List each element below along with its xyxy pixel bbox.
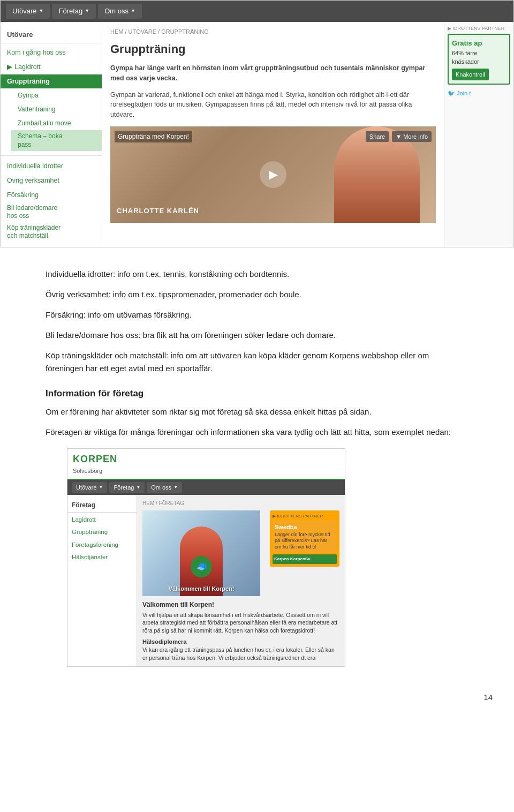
section-text-2: Företagen är viktiga för många föreninga…: [46, 427, 451, 437]
swedbankad: Swedba Lägger din före mycket tid på sif…: [273, 521, 337, 553]
chevron-down-icon: ▼: [131, 7, 135, 15]
main2-content: HEM / FÖRETAG ▶ IDROTTENS PARTNER Swedba…: [137, 495, 345, 666]
partner-label2: ▶ IDROTTENS PARTNER: [273, 513, 337, 520]
health-title: Hälsodiplomera: [142, 638, 339, 646]
korpen-navbar: Utövare ▼ Företag ▼ Om oss ▼: [1, 1, 513, 22]
section-heading: Information för företag: [46, 387, 468, 401]
korpen-logo-text: KORPEN: [73, 452, 117, 467]
company-image: 🧢 Välkommen till Korpen!: [142, 510, 260, 596]
korpen-body: Utövare Kom i gång hos oss ▶ Lagidrott G…: [1, 22, 513, 247]
sidebar-item-vattentraning[interactable]: Vattenträning: [11, 102, 102, 116]
nav-om-oss-label: Om oss: [104, 6, 128, 17]
twitter-section: 🐦 Join t: [448, 89, 510, 98]
para-forsaking-text: Försäkring: info om utövarnas försäkring…: [46, 310, 192, 319]
nav2-foretag[interactable]: Företag ▼: [109, 482, 145, 493]
video-container[interactable]: Gruppträna med Korpen! Share ▼ More info…: [110, 126, 436, 223]
sidebar-lagidrott-label: Lagidrott: [14, 62, 41, 72]
sidebar-item-grupptraning[interactable]: Gruppträning: [1, 74, 102, 89]
nav-utovare[interactable]: Utövare ▼: [6, 4, 50, 19]
nav-om-oss[interactable]: Om oss ▼: [98, 4, 142, 19]
ad2-title: Swedba: [275, 523, 335, 532]
sidebar-sub-items: Gympa Vattenträning Zumba/Latin move Sch…: [1, 88, 102, 151]
sidebar-item-schema[interactable]: Schema – bokapass: [11, 130, 102, 151]
korpen-ad: Karpen KorpenSv: [273, 554, 337, 564]
screenshot-korpen-foretag: KORPEN Sölvesborg Utövare ▼ Företag ▼ Om…: [67, 448, 345, 667]
korpen-logo-header: KORPEN Sölvesborg: [67, 449, 345, 480]
partner-label: ▶ IDROTTENS PARTNER: [448, 25, 510, 33]
nav-foretag-label: Företag: [58, 6, 82, 17]
para-kop: Köp träningskläder och matchställ: info …: [46, 349, 468, 375]
korpen-logo-sub: Sölvesborg: [73, 467, 117, 476]
screenshot-korpen-grupptraning: Utövare ▼ Företag ▼ Om oss ▼ Utövare Kom…: [0, 0, 514, 247]
nav2-utovare[interactable]: Utövare ▼: [72, 482, 107, 493]
korpen2-navbar: Utövare ▼ Företag ▼ Om oss ▼: [67, 480, 345, 495]
sidebar2-item-grupptraning[interactable]: Gruppträning: [67, 526, 137, 538]
chevron-down-icon: ▼: [39, 7, 44, 15]
health-text: Vi kan dra igång ett träningspass på lun…: [142, 646, 339, 661]
company-desc: Välkommen till Korpen! Vi vill hjälpa er…: [142, 600, 339, 662]
sidebar-item-forsaking[interactable]: Försäkring: [1, 188, 102, 202]
sidebar-item-lagidrott[interactable]: ▶ Lagidrott: [1, 60, 102, 74]
nav-foretag[interactable]: Företag ▼: [52, 4, 96, 19]
sidebar2-item-halsotjanster[interactable]: Hälsotjänster: [67, 551, 137, 563]
sidebar-item-kop[interactable]: Köp träningskläderoch matchställ: [1, 222, 102, 242]
ad-subtitle: 64% färre knäskador: [452, 49, 506, 66]
video-person-label: CHARLOTTE KARLÉN: [117, 206, 199, 216]
main-content: HEM / UTÖVARE / GRUPPTRÄNING Grupptränin…: [102, 22, 444, 247]
para-forsaking: Försäkring: info om utövarnas försäkring…: [46, 309, 468, 321]
page-title: Gruppträning: [110, 40, 436, 58]
sidebar-item-ledare[interactable]: Bli ledare/domarehos oss: [1, 202, 102, 222]
play-button[interactable]: ▶: [260, 161, 286, 188]
hat: 🧢: [191, 556, 212, 577]
sidebar-section-more: Individuella idrotter Övrig verksamhet F…: [1, 155, 102, 242]
para-ovrig-text: Övrig verksamhet: info om t.ex. tipsprom…: [46, 290, 301, 299]
sidebar-item-individuella[interactable]: Individuella idrotter: [1, 159, 102, 174]
sidebar-title: Utövare: [1, 26, 102, 44]
sidebar-item-ovrig[interactable]: Övrig verksamhet: [1, 174, 102, 188]
ad2-box: ▶ IDROTTENS PARTNER Swedba Lägger din fö…: [270, 510, 339, 567]
sidebar-item-gympa[interactable]: Gympa: [11, 88, 102, 102]
sidebar-item-zumba[interactable]: Zumba/Latin move: [11, 116, 102, 130]
nav-utovare-label: Utövare: [12, 6, 37, 17]
korpen-logo: KORPEN Sölvesborg: [73, 452, 117, 476]
para-ledare-text: Bli ledare/domare hos oss: bra flik att …: [46, 330, 336, 340]
section-text-1: Om er förening har aktiviteter som rikta…: [46, 407, 372, 416]
document-area: Individuella idrotter: info om t.ex. ten…: [24, 257, 490, 687]
korpen-website: Utövare ▼ Företag ▼ Om oss ▼ Utövare Kom…: [1, 1, 513, 247]
sidebar2-title: Företag: [67, 498, 137, 513]
para-ledare: Bli ledare/domare hos oss: bra flik att …: [46, 329, 468, 342]
ad-title: Gratis ap: [452, 38, 506, 49]
page-desc-1: Gympa har länge varit en hörnsten inom v…: [110, 63, 436, 84]
korpen-ad-label: Karpen KorpenSv: [274, 556, 335, 562]
section-para-1: Om er förening har aktiviteter som rikta…: [46, 405, 468, 418]
nav2-om-oss[interactable]: Om oss ▼: [147, 482, 182, 493]
page-desc-2: Gympan är varierad, funktionell och enke…: [110, 90, 436, 120]
sidebar2: Företag Lagidrott Gruppträning Företagsf…: [67, 495, 137, 666]
chevron-down-icon: ▼: [99, 484, 103, 491]
ad-box: Gratis ap 64% färre knäskador Knäkontrol…: [448, 34, 510, 85]
sidebar2-item-foretagsforening[interactable]: Företagsförening: [67, 539, 137, 551]
hat-icon: 🧢: [195, 560, 207, 574]
twitter-label: Join t: [457, 90, 471, 96]
sidebar: Utövare Kom i gång hos oss ▶ Lagidrott G…: [1, 22, 102, 247]
para-individuella-text: Individuella idrotter: info om t.ex. ten…: [46, 269, 289, 279]
chevron-down-icon: ▼: [85, 7, 89, 15]
breadcrumb2: HEM / FÖRETAG: [142, 499, 339, 507]
sidebar2-item-lagidrott[interactable]: Lagidrott: [67, 514, 137, 526]
ad2-text: Lägger din före mycket tid på sifferexer…: [275, 532, 335, 551]
para-kop-text: Köp träningskläder och matchställ: info …: [46, 351, 429, 373]
company-desc-text: Vi vill hjälpa er att skapa lönsamhet i …: [142, 611, 339, 635]
sidebar-item-kom-igang[interactable]: Kom i gång hos oss: [1, 46, 102, 60]
korpen2-body: Företag Lagidrott Gruppträning Företagsf…: [67, 495, 345, 666]
page-number: 14: [0, 687, 514, 708]
para-ovrig: Övrig verksamhet: info om t.ex. tipsprom…: [46, 288, 468, 301]
ad-button[interactable]: Knäkontroll: [452, 69, 489, 81]
section-para-2: Företagen är viktiga för många föreninga…: [46, 426, 468, 439]
image-caption: Välkommen till Korpen!: [142, 584, 260, 593]
arrow-right-icon: ▶: [7, 62, 12, 72]
chevron-down-icon: ▼: [173, 484, 178, 491]
page-desc-strong: Gympa har länge varit en hörnsten inom v…: [110, 64, 425, 82]
company-welcome-heading: Välkommen till Korpen!: [142, 600, 339, 610]
twitter-icon: 🐦: [448, 90, 455, 96]
ad-sidebar: ▶ IDROTTENS PARTNER Gratis ap 64% färre …: [444, 22, 513, 247]
